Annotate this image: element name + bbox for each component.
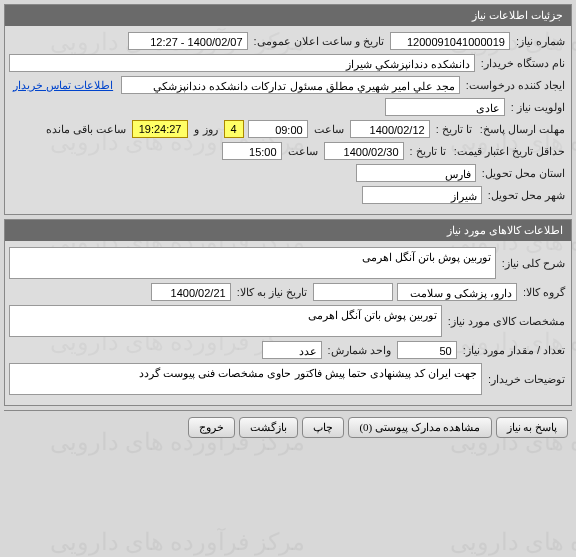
row-quantity: تعداد / مقدار مورد نیاز: 50 واحد شمارش: … — [9, 341, 567, 359]
row-validity: حداقل تاریخ اعتبار قیمت: تا تاریخ : 1400… — [9, 142, 567, 160]
field-reply-until-date: 1400/02/12 — [350, 120, 430, 138]
label-goods-group: گروه کالا: — [521, 286, 567, 299]
back-button[interactable]: بازگشت — [239, 417, 298, 438]
label-day-and: روز و — [192, 123, 219, 136]
field-buyer-device: دانشکده دندانپزشکي شيراز — [9, 54, 475, 72]
goods-info-header: اطلاعات کالاهای مورد نیاز — [5, 220, 571, 241]
field-validity-until-time: 15:00 — [222, 142, 282, 160]
row-need-number: شماره نیاز: 1200091041000019 تاریخ و ساع… — [9, 32, 567, 50]
field-delivery-province: فارس — [356, 164, 476, 182]
label-time-2: ساعت — [286, 145, 320, 158]
label-until-date-1: تا تاریخ : — [434, 123, 474, 136]
field-goods-specs: توربین پوش باتن آنگل اهرمی — [9, 305, 442, 337]
need-info-header: جزئیات اطلاعات نیاز — [5, 5, 571, 26]
field-announce-datetime: 1400/02/07 - 12:27 — [128, 32, 248, 50]
label-request-creator: ایجاد کننده درخواست: — [464, 79, 567, 92]
goods-info-panel: اطلاعات کالاهای مورد نیاز شرح کلی نیاز: … — [4, 219, 572, 406]
label-priority: اولویت نیاز : — [509, 101, 567, 114]
label-buyer-notes: توضیحات خریدار: — [486, 373, 567, 386]
attachments-button[interactable]: مشاهده مدارک پیوستی (0) — [348, 417, 491, 438]
label-delivery-province: استان محل تحویل: — [480, 167, 567, 180]
field-delivery-city: شيراز — [362, 186, 482, 204]
field-reply-until-time: 09:00 — [248, 120, 308, 138]
row-general-desc: شرح کلی نیاز: توربین پوش باتن آنگل اهرمی — [9, 247, 567, 279]
need-info-body: شماره نیاز: 1200091041000019 تاریخ و ساع… — [5, 26, 571, 214]
footer-buttons: پاسخ به نیاز مشاهده مدارک پیوستی (0) چاپ… — [4, 410, 572, 444]
field-request-creator: مجد علي امير شهيري مطلق مسئول تدارکات دا… — [121, 76, 460, 94]
row-goods-specs: مشخصات کالای مورد نیاز: توربین پوش باتن … — [9, 305, 567, 337]
row-priority: اولویت نیاز : عادی — [9, 98, 567, 116]
label-count-unit: واحد شمارش: — [326, 344, 393, 357]
contact-info-link[interactable]: اطلاعات تماس خریدار — [9, 79, 117, 92]
label-goods-specs: مشخصات کالای مورد نیاز: — [446, 315, 567, 328]
row-buyer-device: نام دستگاه خریدار: دانشکده دندانپزشکي شي… — [9, 54, 567, 72]
field-count-unit: عدد — [262, 341, 322, 359]
label-buyer-device: نام دستگاه خریدار: — [479, 57, 567, 70]
need-info-panel: جزئیات اطلاعات نیاز شماره نیاز: 12000910… — [4, 4, 572, 215]
row-buyer-notes: توضیحات خریدار: جهت ایران کد پیشنهادی حت… — [9, 363, 567, 395]
field-hours-remain: 19:24:27 — [132, 120, 189, 138]
field-days-remain: 4 — [224, 120, 244, 138]
field-general-desc: توربین پوش باتن آنگل اهرمی — [9, 247, 496, 279]
goods-info-body: شرح کلی نیاز: توربین پوش باتن آنگل اهرمی… — [5, 241, 571, 405]
label-until-date-2: تا تاریخ : — [408, 145, 448, 158]
field-buyer-notes: جهت ایران کد پیشنهادی حتما پیش فاکتور حا… — [9, 363, 482, 395]
label-validity-min: حداقل تاریخ اعتبار قیمت: — [452, 145, 567, 158]
label-announce-datetime: تاریخ و ساعت اعلان عمومی: — [252, 35, 386, 48]
field-need-date: 1400/02/21 — [151, 283, 231, 301]
row-delivery-province: استان محل تحویل: فارس — [9, 164, 567, 182]
exit-button[interactable]: خروج — [188, 417, 235, 438]
label-delivery-city: شهر محل تحویل: — [486, 189, 567, 202]
label-need-date: تاریخ نیاز به کالا: — [235, 286, 309, 299]
label-need-number: شماره نیاز: — [514, 35, 567, 48]
label-hours-remain: ساعت باقی مانده — [44, 123, 128, 136]
label-general-desc: شرح کلی نیاز: — [500, 257, 567, 270]
field-goods-group-code — [313, 283, 393, 301]
row-goods-group: گروه کالا: دارو، پزشکی و سلامت تاریخ نیا… — [9, 283, 567, 301]
label-quantity: تعداد / مقدار مورد نیاز: — [461, 344, 567, 357]
field-need-number: 1200091041000019 — [390, 32, 510, 50]
print-button[interactable]: چاپ — [302, 417, 344, 438]
label-reply-deadline: مهلت ارسال پاسخ: — [478, 123, 567, 136]
field-priority: عادی — [385, 98, 505, 116]
field-quantity: 50 — [397, 341, 457, 359]
field-goods-group: دارو، پزشکی و سلامت — [397, 283, 517, 301]
field-validity-until-date: 1400/02/30 — [324, 142, 404, 160]
row-reply-deadline: مهلت ارسال پاسخ: تا تاریخ : 1400/02/12 س… — [9, 120, 567, 138]
row-delivery-city: شهر محل تحویل: شيراز — [9, 186, 567, 204]
row-request-creator: ایجاد کننده درخواست: مجد علي امير شهيري … — [9, 76, 567, 94]
reply-button[interactable]: پاسخ به نیاز — [496, 417, 569, 438]
label-time-1: ساعت — [312, 123, 346, 136]
